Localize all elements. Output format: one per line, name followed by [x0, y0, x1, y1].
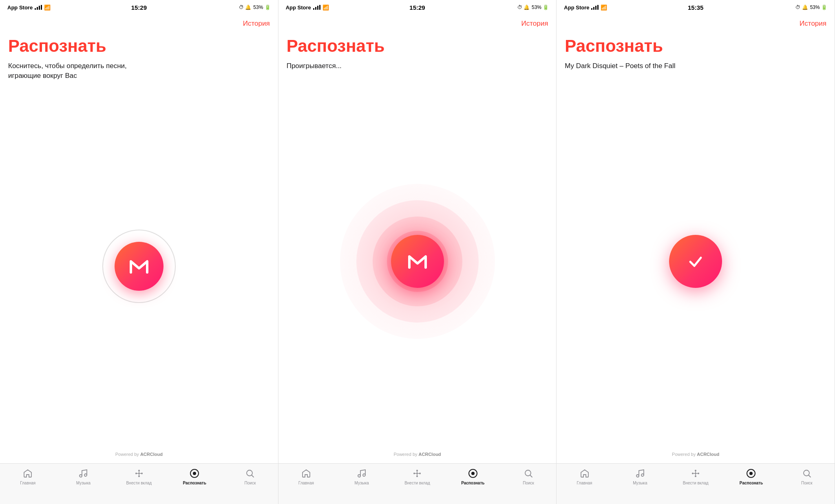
- tab-contribute-label-3: Внести вклад: [683, 481, 709, 485]
- nav-header-3: История: [557, 15, 835, 33]
- svg-point-31: [692, 473, 694, 474]
- tab-contribute-2[interactable]: Внести вклад: [389, 468, 445, 485]
- search-icon-3: [801, 468, 813, 479]
- contribute-icon-3: [690, 468, 701, 479]
- shazam-button-1[interactable]: [115, 242, 163, 291]
- tab-home-label-1: Главная: [20, 481, 35, 485]
- checkmark-icon: [685, 251, 706, 272]
- idle-container-1: [102, 230, 176, 303]
- tab-search-label-1: Поиск: [245, 481, 256, 485]
- svg-point-18: [419, 473, 421, 474]
- tab-search-2[interactable]: Поиск: [501, 468, 556, 485]
- tab-home-label-2: Главная: [298, 481, 314, 485]
- recognize-title-3: Распознать: [565, 37, 826, 55]
- status-bar-3: App Store 📶 15:35 ⏱ 🔔 53% 🔋: [557, 0, 835, 15]
- svg-point-4: [141, 473, 143, 474]
- svg-point-28: [636, 475, 639, 477]
- history-link-1[interactable]: История: [243, 20, 270, 28]
- status-right-2: ⏱ 🔔 53% 🔋: [517, 4, 549, 10]
- svg-point-0: [80, 475, 82, 477]
- nav-header-1: История: [0, 15, 278, 33]
- history-link-2[interactable]: История: [521, 20, 548, 28]
- svg-point-32: [698, 473, 699, 474]
- app-store-label-2: App Store: [286, 4, 311, 11]
- home-icon-1: [22, 468, 33, 479]
- button-area-3: [565, 71, 826, 452]
- signal-bar-2: [37, 7, 38, 10]
- tab-search-1[interactable]: Поиск: [222, 468, 278, 485]
- svg-point-34: [695, 475, 696, 477]
- shazam-button-3[interactable]: [669, 235, 722, 288]
- shazam-button-2[interactable]: [391, 235, 444, 288]
- svg-point-3: [135, 473, 137, 474]
- tab-home-2[interactable]: Главная: [278, 468, 334, 485]
- svg-point-16: [416, 473, 418, 474]
- tab-bar-2: Главная Музыка: [278, 463, 557, 504]
- history-link-3[interactable]: История: [800, 20, 826, 28]
- time-1: 15:29: [131, 4, 147, 11]
- wifi-icon-1: 📶: [44, 4, 51, 11]
- tab-music-label-3: Музыка: [633, 481, 647, 485]
- battery-label-2: 53% 🔋: [532, 4, 549, 10]
- powered-by-1: Powered by ACRCloud: [0, 452, 278, 463]
- tab-home-3[interactable]: Главная: [557, 468, 612, 485]
- tab-contribute-1[interactable]: Внести вклад: [111, 468, 167, 485]
- time-3: 15:35: [688, 4, 703, 11]
- wifi-icon-3: 📶: [601, 4, 607, 11]
- m-logo-2: [407, 253, 428, 270]
- status-left-1: App Store 📶: [7, 4, 51, 11]
- status-left-3: App Store 📶: [564, 4, 607, 11]
- svg-point-20: [416, 475, 418, 477]
- tab-recognize-label-3: Распознать: [740, 481, 763, 485]
- svg-point-2: [138, 473, 140, 474]
- signal-bars-1: [35, 5, 42, 10]
- signal-bar-4: [41, 5, 42, 10]
- wifi-icon-2: 📶: [323, 4, 329, 11]
- powered-by-2: Powered by ACRCloud: [278, 452, 557, 463]
- home-icon-2: [300, 468, 312, 479]
- signal-bar-3c: [595, 6, 596, 10]
- phone-panel-2: App Store 📶 15:29 ⏱ 🔔 53% 🔋 История Расп…: [278, 0, 557, 504]
- status-bar-2: App Store 📶 15:29 ⏱ 🔔 53% 🔋: [278, 0, 557, 15]
- svg-point-12: [193, 472, 196, 475]
- tab-music-3[interactable]: Музыка: [612, 468, 668, 485]
- status-icons-3: ⏱ 🔔: [795, 4, 808, 10]
- tab-recognize-label-2: Распознать: [461, 481, 484, 485]
- tab-contribute-label-1: Внести вклад: [126, 481, 152, 485]
- contribute-icon-2: [411, 468, 423, 479]
- tab-music-1[interactable]: Музыка: [55, 468, 111, 485]
- tab-recognize-2[interactable]: Распознать: [445, 468, 501, 485]
- search-icon-1: [244, 468, 256, 479]
- tab-home-label-3: Главная: [577, 481, 592, 485]
- signal-bar-3: [39, 6, 40, 10]
- music-icon-3: [634, 468, 646, 479]
- signal-bars-3: [591, 5, 599, 10]
- main-content-1: Распознать Коснитесь, чтобы определить п…: [0, 33, 278, 452]
- signal-bar-2c: [317, 6, 318, 10]
- recognize-icon-2: [467, 468, 479, 479]
- svg-point-40: [749, 472, 753, 475]
- tab-recognize-3[interactable]: Распознать: [723, 468, 779, 485]
- home-icon-3: [579, 468, 590, 479]
- button-area-2: [287, 71, 548, 452]
- tab-search-3[interactable]: Поиск: [779, 468, 835, 485]
- powered-by-3: Powered by ACRCloud: [557, 452, 835, 463]
- contribute-icon-1: [133, 468, 145, 479]
- signal-bar-2a: [313, 8, 314, 10]
- tab-music-2[interactable]: Музыка: [334, 468, 389, 485]
- svg-point-19: [416, 470, 418, 471]
- signal-bar-3b: [593, 7, 594, 10]
- recognize-icon-1: [189, 468, 200, 479]
- status-bar-1: App Store 📶 15:29 ⏱ 🔔 53% 🔋: [0, 0, 278, 15]
- status-icons-1: ⏱ 🔔: [239, 4, 251, 10]
- tab-recognize-label-1: Распознать: [183, 481, 206, 485]
- tab-home-1[interactable]: Главная: [0, 468, 55, 485]
- tab-bar-1: Главная Музыка: [0, 463, 278, 504]
- phone-panel-3: App Store 📶 15:35 ⏱ 🔔 53% 🔋 История Расп…: [557, 0, 835, 504]
- tab-search-label-3: Поиск: [801, 481, 813, 485]
- recognize-subtitle-3: My Dark Disquiet – Poets of the Fall: [565, 61, 687, 71]
- tab-contribute-3[interactable]: Внести вклад: [668, 468, 723, 485]
- main-content-3: Распознать My Dark Disquiet – Poets of t…: [557, 33, 835, 452]
- status-icons-2: ⏱ 🔔: [517, 4, 530, 10]
- tab-recognize-1[interactable]: Распознать: [167, 468, 222, 485]
